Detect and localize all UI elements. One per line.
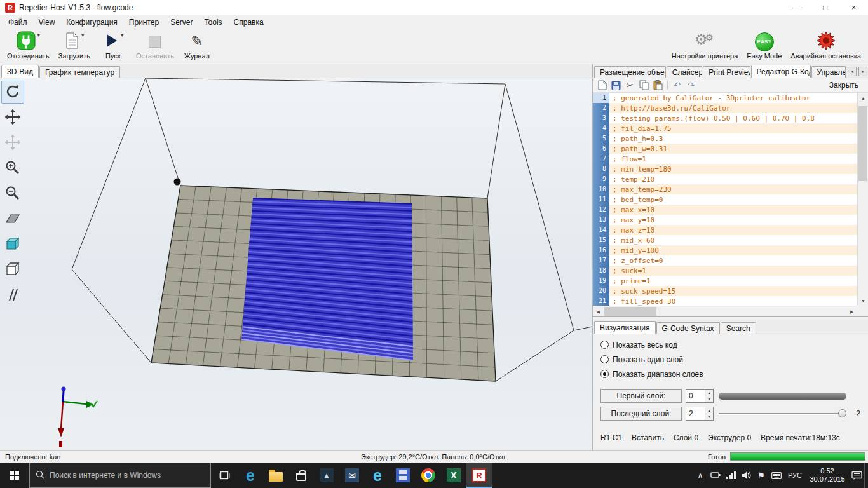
action-center-icon[interactable]: [849, 463, 864, 488]
close-button[interactable]: ×: [839, 0, 868, 15]
code-line[interactable]: 5; path_h=0.3: [593, 133, 857, 144]
vertical-scroll-thumb[interactable]: [858, 106, 867, 181]
code-line[interactable]: 7; flow=1: [593, 154, 857, 164]
paste-icon[interactable]: [652, 79, 664, 92]
scroll-up-icon[interactable]: ▲: [858, 93, 868, 104]
radio-show-single-layer[interactable]: Показать один слой: [600, 355, 860, 364]
code-line[interactable]: 8; min_temp=180: [593, 164, 857, 174]
new-file-icon[interactable]: [596, 79, 608, 92]
parallel-projection-button[interactable]: [1, 284, 24, 307]
taskbar-app-store[interactable]: [288, 463, 314, 488]
radio-selected-icon[interactable]: [600, 370, 609, 378]
code-line[interactable]: 16; mid_y=100: [593, 245, 857, 255]
code-line[interactable]: 4; fil_dia=1.75: [593, 123, 857, 133]
tab-gcode-editor[interactable]: Редактор G-Кода: [751, 65, 811, 78]
zoom-in-button[interactable]: [1, 157, 24, 180]
spin-up-icon[interactable]: ▲: [705, 407, 713, 414]
start-button[interactable]: ▾ Пуск: [95, 29, 132, 64]
code-line[interactable]: 21; fill_speed=30: [593, 296, 857, 306]
perspective-view-button[interactable]: [1, 259, 24, 281]
tab-3d-view[interactable]: 3D-Вид: [1, 65, 39, 78]
emergency-stop-button[interactable]: Аварийная остановка: [786, 29, 865, 64]
chevron-down-icon[interactable]: ▾: [121, 32, 123, 38]
code-line[interactable]: 14; max_z=10: [593, 225, 857, 235]
tab-object-placement[interactable]: Размещение объекта: [594, 66, 666, 78]
code-line[interactable]: 17; z_offset=0: [593, 255, 857, 266]
code-line[interactable]: 10; max_temp=230: [593, 184, 857, 194]
last-layer-spinner[interactable]: 2 ▲▼: [686, 407, 714, 421]
easy-mode-button[interactable]: EASY Easy Mode: [742, 29, 786, 64]
minimize-button[interactable]: —: [782, 0, 811, 15]
slider-track[interactable]: [719, 413, 846, 415]
language-indicator[interactable]: РУС: [784, 463, 806, 488]
code-line[interactable]: 18; suck=1: [593, 266, 857, 276]
flag-icon[interactable]: ⚑: [754, 463, 769, 488]
code-line[interactable]: 13; max_y=10: [593, 215, 857, 225]
menu-file[interactable]: Файл: [3, 16, 33, 29]
first-layer-button[interactable]: Первый слой:: [600, 389, 682, 403]
slider-thumb[interactable]: [838, 409, 846, 417]
horizontal-scroll-thumb[interactable]: [604, 307, 656, 316]
tab-scroll-left-icon[interactable]: ◄: [848, 67, 857, 76]
code-line[interactable]: 20; suck_speed=15: [593, 286, 857, 296]
menu-view[interactable]: View: [33, 16, 61, 29]
close-editor-button[interactable]: Закрыть: [823, 79, 865, 91]
network-icon[interactable]: [723, 463, 738, 488]
printer-settings-button[interactable]: ⚙⚙ Настройки принтера: [667, 29, 743, 64]
spin-down-icon[interactable]: ▼: [705, 396, 713, 403]
log-button[interactable]: ✎ Журнал: [179, 29, 215, 64]
power-icon[interactable]: [708, 463, 723, 488]
menu-printer[interactable]: Принтер: [123, 16, 165, 29]
taskbar-app-drive[interactable]: [390, 463, 416, 488]
code-line[interactable]: 11; bed_temp=0: [593, 194, 857, 205]
iso-view-button[interactable]: [1, 208, 24, 231]
taskbar-app-repetier[interactable]: R: [466, 463, 492, 488]
menu-tools[interactable]: Tools: [199, 16, 228, 29]
taskbar-app-explorer[interactable]: [263, 463, 288, 488]
scroll-right-icon[interactable]: ▶: [846, 306, 857, 317]
code-line[interactable]: 3; testing params:(flow) 0.50 | 0.60 | 0…: [593, 113, 857, 123]
tab-search[interactable]: Search: [721, 322, 756, 334]
vertical-scrollbar[interactable]: ▲ ▼: [857, 93, 868, 306]
code-line[interactable]: 12; max_x=10: [593, 205, 857, 215]
menu-config[interactable]: Конфигурация: [60, 16, 123, 29]
cut-icon[interactable]: ✂: [624, 79, 636, 92]
radio-icon[interactable]: [600, 355, 609, 363]
show-desktop-button[interactable]: [864, 463, 868, 488]
redo-icon[interactable]: ↷: [685, 79, 697, 92]
load-button[interactable]: ▾ Загрузить: [54, 29, 95, 64]
taskbar-app-ie[interactable]: e: [365, 463, 390, 488]
spin-up-icon[interactable]: ▲: [705, 390, 713, 396]
code-line[interactable]: 6; path_w=0.31: [593, 144, 857, 154]
volume-icon[interactable]: [738, 463, 754, 488]
code-line[interactable]: 19; prime=1: [593, 276, 857, 286]
gcode-editor[interactable]: 1; generated by CaliGator - 3Dprinter ca…: [593, 93, 868, 317]
taskbar-app-chrome[interactable]: [416, 463, 441, 488]
clock[interactable]: 0:52 30.07.2015: [806, 467, 849, 484]
tab-temp-graph[interactable]: График температур: [39, 66, 120, 78]
undo-icon[interactable]: ↶: [671, 79, 683, 92]
search-input[interactable]: Поиск в интернете и в Windows: [29, 463, 211, 488]
tab-slicer[interactable]: Слайсер: [667, 66, 703, 78]
radio-icon[interactable]: [600, 341, 609, 349]
menu-help[interactable]: Справка: [228, 16, 269, 29]
first-layer-slider[interactable]: [719, 393, 846, 400]
hidden-icons-chevron-icon[interactable]: ∧: [693, 463, 708, 488]
taskbar-app-photos[interactable]: ▲: [314, 463, 339, 488]
3d-viewport[interactable]: [0, 78, 592, 450]
chevron-down-icon[interactable]: ▾: [81, 32, 84, 38]
keyboard-icon[interactable]: [769, 463, 784, 488]
maximize-button[interactable]: □: [811, 0, 839, 15]
tab-visualization[interactable]: Визуализация: [594, 321, 656, 334]
front-view-button[interactable]: [1, 233, 24, 256]
menu-server[interactable]: Server: [165, 16, 198, 29]
tab-gcode-syntax[interactable]: G-Code Syntax: [656, 322, 720, 334]
first-layer-spinner[interactable]: 0 ▲▼: [686, 389, 714, 403]
taskbar-app-excel[interactable]: X: [441, 463, 466, 488]
spin-down-icon[interactable]: ▼: [705, 414, 713, 421]
task-view-button[interactable]: [211, 463, 238, 488]
code-lines[interactable]: 1; generated by CaliGator - 3Dprinter ca…: [593, 93, 857, 306]
disconnect-button[interactable]: ▾ Отсоединить: [3, 29, 54, 64]
copy-icon[interactable]: [638, 79, 650, 92]
radio-show-all-code[interactable]: Показать весь код: [600, 340, 860, 349]
